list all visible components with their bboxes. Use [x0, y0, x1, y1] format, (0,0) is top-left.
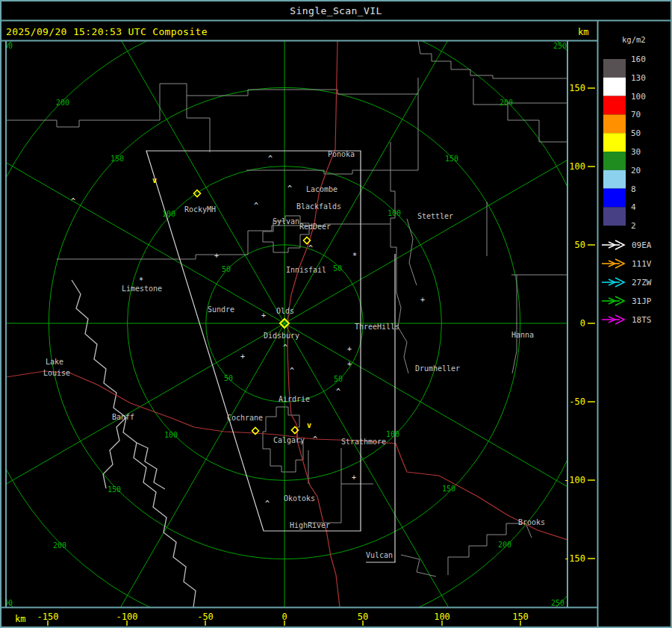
- city-label-vulcan: Vulcan: [366, 551, 393, 559]
- range-ring-labels: 2502001501005025020015010050250200150100…: [0, 42, 567, 607]
- city-label-stettler: Stettler: [417, 212, 453, 220]
- right-axis-tick-label: 0: [580, 318, 585, 329]
- vil-threshold-label: 30: [631, 147, 641, 157]
- vil-threshold-label: 8: [631, 184, 636, 194]
- city-label-highriver: HighRiver: [290, 521, 330, 529]
- vil-threshold-label: 130: [631, 73, 646, 83]
- right-axis-unit: km: [578, 27, 588, 37]
- city-label-reddeer: RedDeer: [299, 223, 331, 231]
- city-label-cochrane: Cochrane: [227, 414, 263, 422]
- site-marker-94: ^: [71, 197, 75, 205]
- bottom-axis-tick-label: -50: [197, 612, 214, 622]
- site-marker-94: ^: [287, 184, 292, 193]
- city-label-drumheller: Drumheller: [415, 364, 460, 373]
- ring-distance-label: 50: [224, 374, 233, 382]
- vil-scale-swatch: [603, 133, 626, 152]
- ring-distance-label: 150: [111, 155, 124, 163]
- city-labels: PonokaLacombeBlackfaldsSylvanRedDeerStet…: [43, 150, 545, 559]
- site-marker-43: +: [261, 311, 266, 320]
- vil-threshold-label: 4: [631, 202, 636, 212]
- site-marker-43: +: [347, 345, 352, 353]
- scan-timestamp: 2025/09/20 15:20:53 UTC Composite: [6, 26, 208, 37]
- vil-threshold-label: 50: [631, 128, 641, 138]
- bottom-axis-tick-label: -100: [116, 612, 138, 622]
- site-marker-42: *: [352, 252, 357, 260]
- station-id-label: 27ZW: [632, 278, 652, 287]
- right-axis: 150100500-50-100-150: [564, 83, 595, 564]
- bottom-axis-tick-label: 0: [281, 612, 287, 622]
- ring-distance-label: 100: [164, 431, 178, 439]
- right-axis-tick-label: -150: [564, 553, 585, 564]
- vil-scale-swatch: [603, 170, 626, 189]
- vil-color-scale: 16013010070503020842: [603, 55, 646, 231]
- ring-distance-label: 150: [442, 485, 455, 493]
- info-bar: 2025/09/20 15:20:53 UTC Composite km: [6, 26, 588, 37]
- city-label-banff: Banff: [112, 413, 134, 421]
- city-label-limestone: Limestone: [122, 285, 162, 293]
- city-label-sundre: Sundre: [208, 305, 234, 314]
- radar-station-legend: 09EA111V27ZW31JP18TS: [602, 240, 652, 325]
- ring-distance-label: 50: [333, 264, 342, 273]
- ring-distance-label: 200: [56, 99, 69, 107]
- station-id-label: 09EA: [632, 240, 652, 250]
- site-marker-43: +: [240, 352, 245, 361]
- site-marker-94: ^: [313, 435, 317, 444]
- radar-map[interactable]: 2502001501005025020015010050250200150100…: [0, 0, 672, 628]
- vil-scale-swatch: [603, 114, 626, 133]
- city-label-threehills: ThreeHills: [355, 323, 399, 331]
- legend-panel: kg/m2 16013010070503020842 09EA111V27ZW3…: [602, 35, 652, 325]
- city-label-lacombe: Lacombe: [306, 185, 337, 193]
- ring-distance-label: 200: [53, 541, 66, 550]
- window-title: Single_Scan_VIL: [290, 5, 382, 16]
- vil-scale-swatch: [603, 96, 626, 115]
- vil-scale-swatch: [603, 152, 626, 170]
- right-axis-tick-label: 50: [575, 240, 585, 250]
- ring-distance-label: 150: [108, 485, 121, 494]
- site-marker-43: +: [352, 473, 356, 482]
- vil-scale-swatch: [603, 59, 626, 78]
- radar-scene: Single_Scan_VIL 2025/09/20 15:20:53 UTC …: [0, 0, 672, 628]
- city-label-innisfail: Innisfail: [286, 266, 326, 274]
- city-label-brooks: Brooks: [518, 518, 545, 526]
- city-label-calgary: Calgary: [273, 436, 305, 444]
- title-bar: Single_Scan_VIL: [290, 5, 382, 16]
- station-id-label: 18TS: [632, 315, 652, 325]
- provincial-border-line: [72, 280, 196, 607]
- city-label-airdrie: Airdrie: [279, 395, 310, 403]
- vil-threshold-label: 100: [631, 92, 646, 102]
- bottom-axis-tick-label: 50: [358, 612, 368, 622]
- ring-distance-label: 250: [551, 599, 564, 607]
- ring-distance-label: 100: [162, 210, 175, 218]
- vil-scale-swatch: [603, 78, 626, 96]
- ring-distance-label: 250: [553, 42, 567, 50]
- station-markers: ^^^^^^^^^^+++++++**vv: [71, 155, 425, 508]
- site-marker-94: ^: [308, 244, 313, 252]
- right-axis-tick-label: -100: [564, 475, 585, 485]
- site-marker-94: ^: [268, 155, 273, 163]
- site-marker-94: ^: [290, 367, 294, 375]
- vil-scale-swatch: [603, 189, 626, 208]
- wind-pointer-marker: v: [307, 421, 311, 429]
- site-marker-94: ^: [265, 500, 270, 508]
- city-label-lake: Lake: [46, 358, 63, 366]
- site-marker-43: +: [420, 296, 425, 304]
- city-label-didsbury: Didsbury: [264, 332, 299, 340]
- bottom-axis-tick-label: 100: [434, 612, 450, 622]
- city-label-olds: Olds: [276, 307, 294, 315]
- site-marker-94: ^: [336, 388, 340, 396]
- station-id-label: 111V: [632, 259, 652, 269]
- right-axis-tick-label: 150: [569, 83, 585, 93]
- city-label-sylvan: Sylvan: [273, 217, 299, 226]
- site-marker-43: +: [214, 252, 219, 260]
- site-marker-43: +: [347, 360, 352, 368]
- bottom-axis-tick-label: 150: [512, 612, 529, 622]
- city-label-rockymh: RockyMH: [184, 205, 216, 214]
- bottom-axis: km -150-100-50050100150: [15, 612, 529, 626]
- ring-distance-label: 50: [334, 375, 343, 383]
- city-label-strathmore: Strathmore: [341, 438, 386, 446]
- vil-threshold-label: 20: [631, 166, 641, 175]
- wind-pointer-marker: v: [152, 176, 157, 184]
- bottom-axis-unit: km: [15, 614, 25, 624]
- city-label-hanna: Hanna: [511, 331, 534, 339]
- ring-distance-label: 150: [445, 155, 458, 163]
